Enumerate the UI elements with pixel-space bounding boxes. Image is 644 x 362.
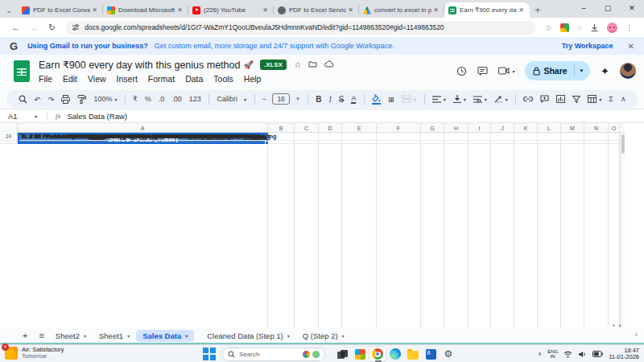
menu-help[interactable]: Help (244, 74, 262, 84)
insert-chart-button[interactable] (556, 95, 565, 103)
spreadsheet-grid[interactable]: ABCDEFGHIJKLMNO 1Sales Data (Raw)2Tr. # … (0, 123, 625, 328)
sheet-tab-sheet2[interactable]: Sheet2▾ (56, 331, 86, 340)
maximize-button[interactable]: ▢ (596, 0, 620, 16)
column-header-I[interactable]: I (469, 123, 491, 133)
name-box[interactable]: A1 ▾ (0, 112, 42, 121)
browser-tab-6[interactable]: Earn ₹900 every day with t✕ (444, 2, 530, 18)
account-avatar[interactable] (620, 63, 636, 79)
borders-button[interactable]: ⊞ (388, 95, 394, 104)
comment-history-icon[interactable] (477, 66, 488, 76)
pinned-app-icon[interactable] (422, 346, 440, 362)
tab-close-icon[interactable]: ✕ (261, 6, 270, 14)
sheet-tab-dropdown-icon[interactable]: ▾ (84, 333, 86, 339)
volume-icon[interactable] (578, 351, 587, 358)
menu-view[interactable]: View (88, 74, 106, 84)
extension-icon[interactable] (560, 23, 569, 32)
extensions-puzzle-icon[interactable]: ◌ (577, 23, 582, 32)
menu-edit[interactable]: Edit (63, 74, 77, 84)
browser-tab-1[interactable]: PDF to Excel Conversion w✕ (18, 2, 103, 18)
add-sheet-button[interactable]: + (23, 331, 27, 340)
paint-format-icon[interactable] (77, 95, 86, 104)
column-header-F[interactable]: F (377, 123, 421, 133)
column-header-M[interactable]: M (561, 123, 584, 133)
tab-search-icon[interactable]: ⌄ (0, 3, 18, 18)
table-views-button[interactable]: ▾ (588, 95, 601, 103)
sheet-tab-sheet1[interactable]: Sheet1▾ (99, 331, 130, 340)
sheet-tab-q-step-2-[interactable]: Q (Step 2)▾ (303, 331, 345, 340)
functions-button[interactable]: Σ (609, 95, 613, 103)
browser-tab-5[interactable]: convert to excel in pdf - G✕ (359, 2, 444, 18)
font-size-input[interactable]: 16 (272, 93, 289, 105)
scroll-arrows[interactable]: ◂ ▸ (612, 322, 623, 327)
tab-close-icon[interactable]: ✕ (90, 6, 99, 14)
wifi-icon[interactable] (564, 351, 572, 358)
share-dropdown-icon[interactable]: ▾ (576, 68, 588, 74)
menu-insert[interactable]: Insert (117, 74, 138, 84)
column-header-N[interactable]: N (584, 123, 609, 133)
tab-close-icon[interactable]: ✕ (346, 6, 355, 14)
microsoft-store-icon[interactable] (351, 346, 369, 362)
column-header-K[interactable]: K (514, 123, 538, 133)
insert-link-button[interactable] (523, 96, 533, 102)
menu-tools[interactable]: Tools (213, 74, 233, 84)
start-button[interactable] (203, 348, 216, 360)
try-workspace-link[interactable]: Try Workspace (562, 42, 613, 50)
column-header-A[interactable]: A (18, 123, 268, 133)
meet-video-icon[interactable]: ▾ (498, 67, 514, 75)
column-header-G[interactable]: G (421, 123, 444, 133)
browser-tab-4[interactable]: PDF to Excel Service✕ (274, 2, 359, 18)
sheet-tab-dropdown-icon[interactable]: ▾ (287, 333, 290, 339)
text-rotation-button[interactable]: ▾ (494, 95, 508, 103)
column-header-H[interactable]: H (444, 123, 469, 133)
sheet-tab-dropdown-icon[interactable]: ▾ (342, 333, 345, 339)
zoom-select[interactable]: 100%▾ (93, 95, 117, 103)
vertical-align-button[interactable]: ▾ (453, 95, 466, 103)
all-sheets-menu-icon[interactable]: ≡ (39, 331, 43, 340)
browser-tab-3[interactable]: (226) YouTube✕ (188, 2, 274, 18)
strikethrough-button[interactable]: S (339, 95, 345, 104)
column-header-D[interactable]: D (319, 123, 342, 133)
profile-avatar[interactable] (607, 23, 617, 33)
menu-file[interactable]: File (39, 74, 52, 84)
chrome-icon[interactable] (369, 346, 386, 362)
fill-color-button[interactable] (372, 94, 381, 105)
column-header-B[interactable]: B (268, 123, 295, 133)
tray-overflow-icon[interactable]: ∧ (538, 351, 542, 357)
column-header-J[interactable]: J (491, 123, 514, 133)
share-button[interactable]: Share ▾ (525, 61, 590, 80)
select-all-corner[interactable] (0, 123, 18, 133)
redo-icon[interactable]: ↷ (47, 95, 54, 104)
column-header-E[interactable]: E (342, 123, 377, 133)
decrease-font-size-button[interactable]: − (262, 95, 266, 103)
vertical-scrollbar[interactable] (620, 133, 625, 328)
more-formats-button[interactable]: 123 (189, 95, 201, 103)
edge-icon[interactable] (386, 346, 404, 362)
document-title[interactable]: Earn ₹900 every day with this genius met… (39, 59, 240, 71)
insert-comment-button[interactable] (540, 95, 549, 103)
undo-icon[interactable]: ↶ (35, 95, 41, 104)
browser-tab-2[interactable]: Download Microsoft Pow✕ (103, 2, 188, 18)
language-indicator[interactable]: ENGIN (547, 349, 558, 360)
star-icon[interactable]: ☆ (294, 60, 301, 69)
collapse-toolbar-icon[interactable]: ∧ (621, 95, 626, 103)
bold-button[interactable]: B (316, 95, 321, 104)
address-bar[interactable]: docs.google.com/spreadsheets/d/1Gt7-WaZm… (65, 21, 536, 35)
download-icon[interactable] (590, 23, 599, 32)
gemini-sparkle-icon[interactable]: ✦ (601, 65, 609, 77)
sheet-tab-dropdown-icon[interactable]: ▾ (127, 333, 130, 339)
format-currency-button[interactable]: ₹ (133, 95, 138, 103)
bookmark-star-icon[interactable]: ☆ (545, 23, 552, 32)
format-percent-button[interactable]: % (145, 95, 151, 103)
weather-widget[interactable]: 4 Air: Satisfactory Tomorrow (5, 346, 64, 360)
new-tab-button[interactable]: + (530, 2, 546, 18)
sheets-logo-icon[interactable] (11, 60, 32, 84)
cloud-saved-icon[interactable] (324, 60, 334, 69)
menu-data[interactable]: Data (185, 74, 203, 84)
grid-body[interactable]: 1Sales Data (Raw)2Tr. # 1 : Product XZA1… (0, 133, 625, 328)
browser-menu-icon[interactable]: ⋮ (625, 23, 634, 32)
column-header-L[interactable]: L (538, 123, 561, 133)
increase-font-size-button[interactable]: + (295, 95, 299, 103)
sheet-tab-sales-data[interactable]: Sales Data▾ (136, 330, 194, 342)
create-filter-button[interactable] (572, 96, 580, 103)
tab-close-icon[interactable]: ✕ (175, 6, 184, 14)
